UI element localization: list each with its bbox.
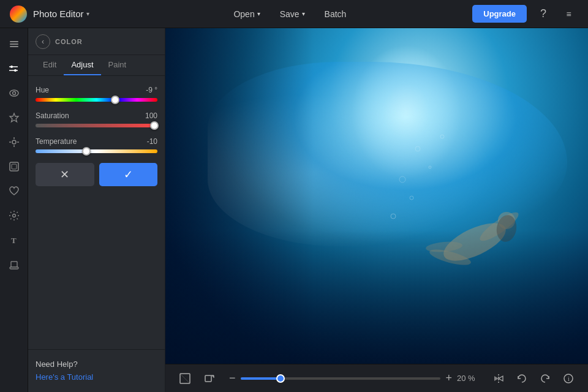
panel-title: COLOR bbox=[55, 38, 83, 45]
svg-rect-19 bbox=[10, 267, 18, 269]
zoom-slider-fill bbox=[241, 377, 281, 380]
svg-rect-15 bbox=[10, 162, 18, 171]
help-button[interactable]: ? bbox=[534, 5, 552, 23]
open-button[interactable]: Open ▾ bbox=[226, 6, 267, 23]
upgrade-button[interactable]: Upgrade bbox=[472, 5, 527, 23]
svg-text:T: T bbox=[11, 236, 17, 245]
svg-rect-1 bbox=[10, 43, 18, 45]
svg-point-30 bbox=[410, 196, 413, 200]
panel-back-button[interactable]: ‹ bbox=[36, 34, 50, 49]
topbar-center-nav: Open ▾ Save ▾ Batch bbox=[108, 6, 473, 23]
panel-content: Hue -9 ° Saturation 100 bbox=[28, 76, 165, 349]
topbar-right: Upgrade ? ≡ bbox=[472, 5, 578, 23]
help-section: Need Help? Here's a Tutorial bbox=[28, 349, 165, 392]
resize-icon bbox=[204, 373, 215, 384]
temperature-slider-group: Temperature -10 bbox=[36, 137, 157, 153]
saturation-label: Saturation bbox=[36, 111, 69, 120]
topbar: Photo Editor ▾ Open ▾ Save ▾ Batch Upgra… bbox=[0, 0, 588, 28]
redo-icon bbox=[540, 373, 551, 384]
svg-point-7 bbox=[10, 90, 18, 96]
info-icon: i bbox=[563, 373, 574, 384]
panel-header: ‹ COLOR bbox=[28, 28, 165, 55]
hue-value: -9 ° bbox=[146, 86, 157, 94]
app-name-chevron: ▾ bbox=[86, 10, 89, 17]
zoom-out-button[interactable]: − bbox=[229, 372, 236, 385]
cancel-icon: ✕ bbox=[60, 168, 69, 181]
hue-thumb[interactable] bbox=[111, 96, 119, 104]
main-layout: T ‹ COLOR Edit Adjust bbox=[0, 28, 588, 392]
temperature-value: -10 bbox=[147, 137, 157, 146]
menu-button[interactable]: ≡ bbox=[560, 5, 578, 23]
save-chevron-icon: ▾ bbox=[302, 10, 305, 17]
svg-rect-16 bbox=[12, 164, 17, 169]
sidebar-item-star[interactable] bbox=[3, 107, 25, 129]
sidebar-item-heart[interactable] bbox=[3, 180, 25, 202]
svg-point-8 bbox=[12, 92, 15, 95]
bottom-right-buttons: i bbox=[489, 369, 578, 388]
zoom-in-button[interactable]: + bbox=[445, 372, 452, 385]
batch-button[interactable]: Batch bbox=[317, 6, 354, 23]
crop-icon bbox=[179, 373, 190, 384]
panel-tabs: Edit Adjust Paint bbox=[28, 55, 165, 76]
help-title: Need Help? bbox=[36, 360, 157, 369]
bubbles bbox=[381, 45, 503, 228]
icon-sidebar: T bbox=[0, 28, 28, 392]
cancel-button[interactable]: ✕ bbox=[36, 163, 94, 186]
hue-slider-group: Hue -9 ° bbox=[36, 86, 157, 102]
svg-point-31 bbox=[399, 176, 405, 183]
saturation-thumb[interactable] bbox=[150, 121, 159, 130]
svg-marker-9 bbox=[10, 113, 18, 122]
canvas-area: − + 20 % bbox=[165, 28, 588, 392]
zoom-value: 20 % bbox=[457, 374, 479, 383]
resize-button[interactable] bbox=[200, 369, 219, 388]
app-name: Photo Editor bbox=[33, 9, 84, 19]
menu-icon: ≡ bbox=[566, 9, 571, 19]
hue-track[interactable] bbox=[36, 98, 157, 102]
zoom-slider-track[interactable] bbox=[241, 377, 441, 380]
info-button[interactable]: i bbox=[559, 369, 578, 388]
save-button[interactable]: Save ▾ bbox=[273, 6, 312, 23]
sidebar-item-layers[interactable] bbox=[3, 33, 25, 55]
tab-paint[interactable]: Paint bbox=[101, 55, 134, 75]
canvas-image bbox=[165, 28, 588, 364]
bottom-bar: − + 20 % bbox=[165, 364, 588, 392]
svg-point-32 bbox=[429, 166, 431, 168]
panel-action-buttons: ✕ ✓ bbox=[36, 163, 157, 186]
hue-label: Hue bbox=[36, 86, 49, 94]
undo-icon bbox=[516, 373, 527, 384]
svg-rect-0 bbox=[10, 41, 18, 42]
svg-point-17 bbox=[12, 214, 15, 217]
svg-point-34 bbox=[440, 135, 444, 138]
flip-horizontal-icon bbox=[493, 373, 504, 384]
saturation-slider-group: Saturation 100 bbox=[36, 111, 157, 127]
redo-button[interactable] bbox=[535, 369, 555, 388]
back-arrow-icon: ‹ bbox=[42, 37, 44, 46]
sidebar-item-eye[interactable] bbox=[3, 82, 25, 104]
sidebar-item-adjustments[interactable] bbox=[3, 58, 25, 80]
tab-edit[interactable]: Edit bbox=[36, 55, 64, 75]
svg-point-10 bbox=[12, 140, 16, 144]
temperature-label: Temperature bbox=[36, 137, 77, 146]
undo-button[interactable] bbox=[512, 369, 532, 388]
svg-rect-37 bbox=[205, 375, 211, 382]
temperature-thumb[interactable] bbox=[82, 147, 91, 156]
zoom-slider-thumb[interactable] bbox=[276, 374, 285, 383]
svg-point-29 bbox=[391, 214, 396, 219]
help-link[interactable]: Here's a Tutorial bbox=[36, 372, 93, 382]
app-logo bbox=[10, 6, 27, 23]
color-panel: ‹ COLOR Edit Adjust Paint Hue -9 ° bbox=[28, 28, 165, 392]
sidebar-item-frame[interactable] bbox=[3, 156, 25, 178]
confirm-button[interactable]: ✓ bbox=[99, 163, 158, 186]
sidebar-item-brush[interactable] bbox=[3, 254, 25, 276]
sidebar-item-settings[interactable] bbox=[3, 205, 25, 227]
saturation-track[interactable] bbox=[36, 124, 157, 127]
temperature-track[interactable] bbox=[36, 149, 157, 153]
confirm-icon: ✓ bbox=[124, 168, 133, 181]
tab-adjust[interactable]: Adjust bbox=[64, 55, 100, 75]
canvas-image-bg bbox=[165, 28, 588, 364]
flip-horizontal-button[interactable] bbox=[489, 369, 508, 388]
sidebar-item-text[interactable]: T bbox=[3, 229, 25, 251]
help-icon: ? bbox=[540, 7, 546, 20]
crop-button[interactable] bbox=[175, 369, 195, 388]
sidebar-item-effects[interactable] bbox=[3, 131, 25, 153]
